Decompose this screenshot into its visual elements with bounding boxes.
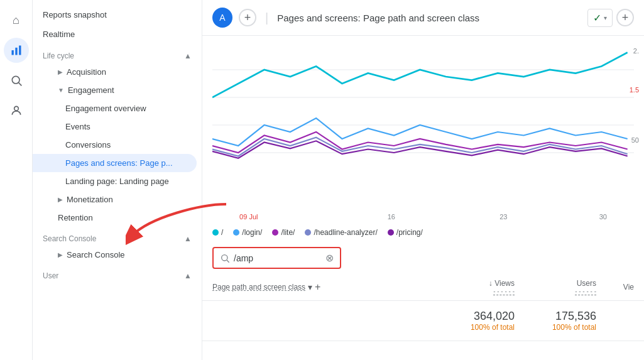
line-slash [212,53,628,98]
filter-search-input[interactable] [234,253,322,263]
line-chart [212,42,634,180]
table-header: Page path and screen class ▾ + ↓ Views -… [202,274,644,301]
legend-item-lite: /lite/ [272,228,295,237]
realtime-label: Realtime [43,30,75,39]
life-cycle-section-header[interactable]: Life cycle ▲ [33,44,202,63]
legend-dot-headline [305,229,311,236]
retention-item[interactable]: Retention [33,209,197,227]
legend-item-headline: /headline-analyzer/ [305,228,377,237]
header-actions: ✓ ▾ + [587,9,634,27]
col-page-dropdown-icon[interactable]: ▾ [308,282,312,292]
search-console-collapse-icon: ▲ [184,234,192,243]
pages-screens-item[interactable]: Pages and screens: Page p... [33,154,197,172]
search-nav-icon[interactable] [4,68,29,93]
conversions-label: Conversions [65,140,111,150]
axis-label-09: 09 Jul [239,213,258,221]
home-nav-icon[interactable]: ⌂ [4,8,29,33]
conversions-item[interactable]: Conversions [33,136,197,154]
acquisition-label: Acquisition [67,67,106,77]
search-console-label: Search Console [67,250,125,259]
engagement-overview-item[interactable]: Engagement overview [33,99,197,117]
reports-snapshot-label: Reports snapshot [43,10,107,19]
reports-snapshot-item[interactable]: Reports snapshot [33,5,202,25]
monetization-chevron-icon: ▶ [58,196,63,203]
svg-line-4 [18,83,21,86]
legend-dot-pricing [388,229,394,236]
filter-bar: ⊗ [202,242,644,274]
engagement-overview-label: Engagement overview [65,104,146,113]
add-report-button[interactable]: + [616,9,634,26]
svg-point-3 [12,76,19,84]
acquisition-chevron-icon: ▶ [58,68,63,75]
engagement-chevron-icon: ▼ [58,87,64,94]
landing-page-item[interactable]: Landing page: Landing page [33,172,197,190]
icon-bar: ⌂ [0,0,33,360]
events-label: Events [65,122,90,131]
axis-date-09: 09 Jul [239,213,258,221]
engagement-item[interactable]: ▼ Engagement [33,81,197,99]
col-views-header: ↓ Views - - - - - - [427,279,515,295]
col-users-label: Users [577,279,596,288]
acquisition-item[interactable]: ▶ Acquisition [33,63,197,81]
page-title: Pages and screens: Page path and screen … [277,13,581,23]
col-vie-header: Vie [596,283,634,292]
svg-point-5 [14,106,18,111]
chart-container: 2. 1.5 50 [202,36,644,212]
avatar-button[interactable]: A [212,8,232,28]
realtime-item[interactable]: Realtime [33,25,202,44]
users-value: 175,536 [555,310,596,323]
monetization-item[interactable]: ▶ Monetization [33,190,197,209]
search-console-section-header[interactable]: Search Console ▲ [33,227,202,246]
life-cycle-label: Life cycle [43,52,74,60]
add-icon: + [244,11,251,25]
reports-nav-icon[interactable] [4,38,29,63]
cell-views: 364,020 100% of total [427,310,515,332]
events-item[interactable]: Events [33,117,197,136]
check-button[interactable]: ✓ ▾ [587,9,613,27]
axis-label-30: 30 [599,213,607,221]
sidebar: Reports snapshot Realtime Life cycle ▲ ▶… [33,0,202,360]
monetization-label: Monetization [67,195,113,204]
pages-screens-label: Pages and screens: Page p... [65,158,173,168]
x-axis-labels: 09 Jul 16 23 30 [202,212,644,223]
svg-line-11 [227,260,229,263]
col-users-dashes: - - - - - - [575,288,596,295]
user-section-header[interactable]: User ▲ [33,264,202,283]
views-value: 364,020 [474,310,515,323]
legend-dot-slash [212,229,219,236]
search-console-chevron-icon: ▶ [58,251,63,258]
svg-rect-1 [15,48,17,55]
axis-date-16: 16 [388,213,395,221]
legend-dot-login [233,229,239,236]
table-row: 364,020 100% of total 175,536 100% of to… [202,301,644,341]
legend-label-headline: /headline-analyzer/ [314,228,377,237]
user-section-label: User [43,271,58,280]
y-axis-mid: 1.5 [630,86,639,94]
search-box-icon [220,253,230,263]
user-collapse-icon: ▲ [184,271,192,280]
svg-rect-0 [11,50,13,55]
col-users-header: Users - - - - - - [515,279,596,295]
axis-date-23: 23 [499,213,507,221]
legend-label-slash: / [221,228,223,237]
axis-label-23: 23 [499,213,507,221]
chart-legend: / /login/ /lite/ /headline-analyzer/ /pr… [202,223,644,242]
axis-date-30: 30 [599,213,607,221]
life-cycle-collapse-icon: ▲ [184,52,192,60]
legend-label-login: /login/ [242,228,262,237]
search-console-item[interactable]: ▶ Search Console [33,246,197,264]
col-page-header: Page path and screen class ▾ + [212,281,427,293]
line-pricing [212,141,628,158]
legend-item-login: /login/ [233,228,262,237]
legend-label-pricing: /pricing/ [396,228,423,237]
y-axis-bot: 50 [631,136,639,144]
clear-search-icon[interactable]: ⊗ [325,252,334,264]
add-comparison-button[interactable]: + [239,9,256,26]
cell-users: 175,536 100% of total [515,310,596,332]
svg-point-10 [222,254,227,260]
search-box[interactable]: ⊗ [212,247,341,269]
page-header: A + | Pages and screens: Page path and s… [202,0,644,36]
col-page-add-icon[interactable]: + [315,281,320,293]
header-separator: | [265,11,268,25]
audience-nav-icon[interactable] [4,98,29,123]
